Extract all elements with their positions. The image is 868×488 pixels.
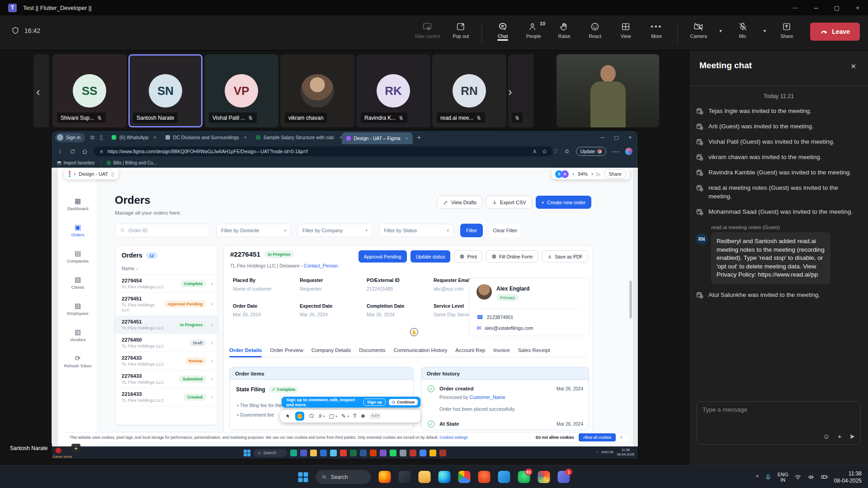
frame-tool-icon[interactable]: # bbox=[319, 413, 322, 419]
order-row[interactable]: 2276451 TL Flex Holdings LLC In Progress… bbox=[115, 316, 217, 334]
component-tool-icon[interactable]: ❖ bbox=[360, 413, 365, 419]
taskbar-app-icon[interactable] bbox=[310, 450, 317, 456]
tab-close-icon[interactable]: × bbox=[244, 135, 247, 140]
favorites-bar-icon[interactable] bbox=[564, 148, 570, 155]
refresh-icon[interactable] bbox=[69, 148, 76, 155]
browser-essentials-icon[interactable]: ♡ bbox=[553, 148, 558, 155]
chevron-down-icon[interactable]: ▾ bbox=[323, 414, 325, 418]
battery-icon[interactable] bbox=[821, 473, 828, 481]
figma-share-button[interactable]: Share bbox=[604, 169, 626, 178]
detail-tab[interactable]: Documents bbox=[359, 347, 385, 353]
video-tile[interactable]: SS Shivani Sup... bbox=[52, 54, 127, 127]
window-minimize-icon[interactable]: ─ bbox=[806, 0, 826, 15]
contact-person-link[interactable]: Contact_Person. bbox=[304, 263, 339, 268]
detail-tab[interactable]: Company Details bbox=[311, 347, 351, 353]
taskbar-app-icon[interactable] bbox=[390, 450, 396, 456]
hand-tool-icon[interactable]: ✊ bbox=[295, 412, 304, 421]
vertical-tabs-icon[interactable]: ▯ bbox=[100, 134, 103, 141]
dev-mode-icon[interactable]: </> bbox=[369, 413, 381, 419]
sidebar-item[interactable]: ▣ Orders bbox=[58, 219, 98, 242]
detail-tab[interactable]: Order Preview bbox=[270, 347, 303, 353]
raise-hand-button[interactable]: Raise bbox=[554, 19, 574, 39]
taskbar-app-icon[interactable] bbox=[498, 471, 510, 483]
figma-file-pill[interactable]: ▾ Design - UAT ▯ bbox=[64, 169, 118, 179]
share-button[interactable]: Share bbox=[777, 19, 797, 39]
taskbar-app-icon[interactable]: 81 bbox=[518, 471, 530, 483]
taskbar-app-icon[interactable] bbox=[439, 450, 446, 456]
tiles-scroll-right-icon[interactable]: › bbox=[508, 85, 512, 99]
copilot-icon[interactable] bbox=[625, 148, 632, 155]
taskbar-app-icon[interactable] bbox=[320, 450, 327, 456]
react-button[interactable]: React bbox=[585, 19, 605, 39]
window-more-icon[interactable]: ⋯ bbox=[785, 0, 806, 15]
detail-tab[interactable]: Order Details bbox=[229, 347, 262, 353]
chevron-down-icon[interactable]: ▾ bbox=[335, 414, 337, 418]
taskbar-app-icon[interactable] bbox=[538, 471, 550, 483]
cookie-settings-link[interactable]: Cookies settings bbox=[439, 435, 467, 440]
browser-tab[interactable]: Sample Salary Structure with calc × bbox=[251, 131, 342, 144]
read-aloud-icon[interactable]: A bbox=[533, 149, 536, 154]
chat-input-box[interactable]: ☺ + ➤ bbox=[697, 401, 861, 445]
order-row[interactable]: 2276433 TL Flex Holdings LLC Submitted › bbox=[115, 370, 217, 388]
video-tile[interactable]: RN read.ai mee... bbox=[432, 54, 506, 127]
detail-tab[interactable]: Invoice bbox=[493, 347, 509, 353]
customer-name-link[interactable]: Customer_Name bbox=[470, 394, 505, 400]
attach-plus-icon[interactable]: + bbox=[838, 432, 842, 441]
browser-tab[interactable]: Design - UAT – Figma × bbox=[342, 132, 413, 144]
view-button[interactable]: View bbox=[616, 19, 636, 39]
deny-cookies-link[interactable]: Do not allow cookies bbox=[536, 435, 574, 440]
cookie-close-icon[interactable]: × bbox=[620, 435, 623, 440]
contact-email[interactable]: alex@vstatefilings.com bbox=[485, 325, 533, 331]
taskbar-app-icon[interactable]: 1 bbox=[558, 471, 570, 483]
url-bar[interactable]: https://www.figma.com/design/9BKQ0FOHRWa… bbox=[94, 146, 553, 156]
fill-online-form-button[interactable]: Fill Online Form bbox=[486, 250, 538, 263]
tray-chevron-icon[interactable]: ^ bbox=[756, 474, 759, 480]
collaborator-avatar[interactable]: A bbox=[561, 170, 569, 178]
new-tab-icon[interactable]: + bbox=[417, 134, 421, 141]
google-continue-button[interactable]: G Continue bbox=[389, 399, 418, 405]
order-row[interactable]: 2276433 TL Flex Holdings LLC Review › bbox=[115, 352, 217, 370]
chat-close-icon[interactable]: ✕ bbox=[850, 62, 856, 70]
tray-chevron-icon[interactable]: ^ bbox=[596, 450, 598, 455]
camera-chevron-icon[interactable]: ▾ bbox=[719, 28, 722, 34]
taskbar-app-icon[interactable] bbox=[478, 471, 491, 483]
taskbar-app-icon[interactable] bbox=[370, 450, 377, 456]
import-favorites-button[interactable]: ⬒ Import favorites bbox=[57, 160, 94, 165]
list-column-header[interactable]: Name ↓ bbox=[115, 263, 217, 275]
taskbar-app-icon[interactable] bbox=[399, 471, 411, 483]
chat-button[interactable]: Chat bbox=[493, 19, 513, 39]
detail-tab[interactable]: Communication History bbox=[393, 347, 447, 353]
order-id-search-input[interactable]: Order ID bbox=[115, 224, 210, 237]
zoom-level[interactable]: 94% bbox=[578, 171, 588, 177]
mic-button[interactable]: Mic bbox=[733, 19, 753, 39]
taskbar-app-icon[interactable] bbox=[340, 450, 347, 456]
window-maximize-icon[interactable]: ▢ bbox=[826, 0, 847, 15]
taskbar-app-icon[interactable] bbox=[360, 450, 367, 456]
taskbar-app-icon[interactable] bbox=[420, 450, 426, 456]
video-tile[interactable]: vikram chavan bbox=[280, 54, 354, 127]
allow-cookies-button[interactable]: Allow all cookies bbox=[579, 433, 616, 441]
more-button[interactable]: ••• More bbox=[646, 19, 666, 39]
detail-tab[interactable]: Sales Receipt bbox=[518, 347, 550, 353]
layout-panel-icon[interactable]: ▯ bbox=[111, 171, 114, 177]
browser-minimize-icon[interactable]: ─ bbox=[600, 135, 604, 141]
window-close-icon[interactable]: × bbox=[847, 0, 868, 15]
taskbar-app-icon[interactable] bbox=[419, 471, 431, 483]
update-button[interactable]: Update bbox=[576, 147, 606, 156]
taskbar-app-icon[interactable] bbox=[439, 471, 451, 483]
shape-tool-icon[interactable]: ▢ bbox=[329, 413, 334, 419]
sidebar-item[interactable]: ▤ Companies bbox=[58, 245, 98, 268]
comment-tool-icon[interactable] bbox=[308, 413, 315, 419]
sidebar-item[interactable]: ▧ Clients bbox=[58, 272, 98, 294]
browser-signin-chip[interactable]: Sign in bbox=[55, 133, 85, 142]
start-icon[interactable] bbox=[244, 450, 250, 456]
sidebar-item[interactable]: ▥ Vendors bbox=[58, 324, 98, 347]
sidebar-item[interactable]: ⟳ Refresh Token bbox=[58, 350, 98, 373]
create-new-order-button[interactable]: + Create new order bbox=[536, 196, 591, 209]
video-tile[interactable]: VP Vishal Patil ... bbox=[204, 54, 278, 127]
browser-close-icon[interactable]: × bbox=[629, 135, 632, 141]
home-icon[interactable] bbox=[81, 148, 88, 155]
filter-select[interactable]: Filter by Status ▾ bbox=[379, 224, 454, 237]
taskbar-app-icon[interactable] bbox=[379, 471, 391, 483]
order-row[interactable]: 2279454 TL Flex Holdings LLC Complete › bbox=[115, 275, 217, 293]
